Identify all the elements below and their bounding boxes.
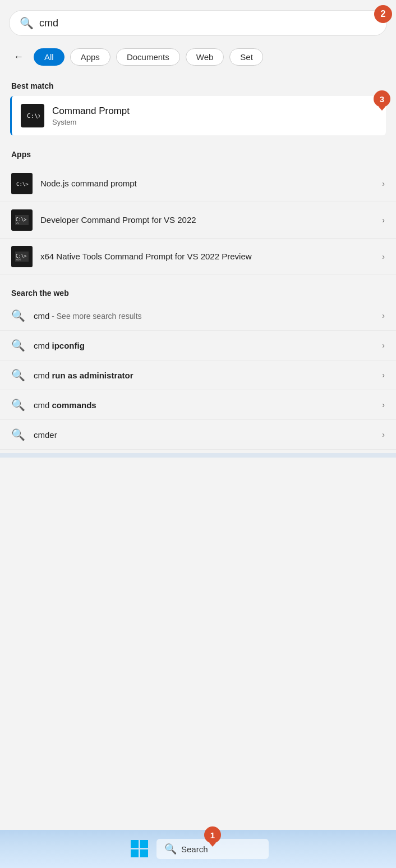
chevron-web-3: › xyxy=(382,371,385,380)
search-badge: 2 xyxy=(374,5,392,23)
apps-section-label: Apps xyxy=(0,144,396,162)
chevron-icon-2: › xyxy=(382,216,385,225)
web-item-runas[interactable]: 🔍 cmd run as administrator › xyxy=(0,360,396,390)
search-input[interactable] xyxy=(39,17,376,29)
search-input-wrapper[interactable]: 🔍 2 xyxy=(9,10,387,36)
nodejs-icon: C:\> xyxy=(11,173,33,194)
web-item-ipconfig[interactable]: 🔍 cmd ipconfig › xyxy=(0,331,396,360)
app-item-nodejs-text: Node.js command prompt xyxy=(40,178,382,189)
app-item-x64-text: x64 Native Tools Command Prompt for VS 2… xyxy=(40,251,382,262)
taskbar: 1 🔍 Search xyxy=(0,830,396,868)
chevron-web-2: › xyxy=(382,341,385,350)
chevron-web-1: › xyxy=(382,311,385,320)
search-area: 🔍 2 xyxy=(0,0,396,43)
chevron-web-4: › xyxy=(382,400,385,409)
best-match-item[interactable]: C:\>_ Command Prompt System xyxy=(10,96,386,135)
web-item-cmd[interactable]: 🔍 cmd - See more search results › xyxy=(0,301,396,331)
web-item-commands[interactable]: 🔍 cmd commands › xyxy=(0,390,396,420)
command-prompt-icon: C:\>_ xyxy=(21,104,44,127)
svg-rect-13 xyxy=(140,849,148,857)
chevron-icon-3: › xyxy=(382,252,385,261)
tab-settings[interactable]: Set xyxy=(229,48,263,66)
taskbar-search-wrapper: 1 🔍 Search xyxy=(156,839,269,859)
devcmd-icon: C:\> VS xyxy=(11,209,33,231)
tab-apps[interactable]: Apps xyxy=(70,48,110,66)
best-match-info: Command Prompt System xyxy=(52,106,377,126)
web-search-icon-5: 🔍 xyxy=(11,428,25,441)
back-button[interactable]: ← xyxy=(9,49,28,65)
app-item-nodejs[interactable]: C:\> Node.js command prompt › xyxy=(0,166,396,202)
web-item-cmd-text: cmd - See more search results xyxy=(34,311,382,321)
x64-icon: C:\> x64 xyxy=(11,246,33,267)
chevron-icon: › xyxy=(382,179,385,188)
svg-rect-12 xyxy=(131,849,139,857)
best-match-label: Best match xyxy=(0,76,396,94)
tab-all[interactable]: All xyxy=(34,48,65,66)
web-item-commands-text: cmd commands xyxy=(34,400,382,410)
web-search-icon-4: 🔍 xyxy=(11,398,25,412)
best-match-badge: 3 xyxy=(374,90,390,107)
best-match-sub: System xyxy=(52,118,377,126)
web-search-icon-2: 🔍 xyxy=(11,339,25,352)
svg-text:C:\>_: C:\>_ xyxy=(27,112,40,120)
web-item-ipconfig-text: cmd ipconfig xyxy=(34,341,382,350)
svg-text:VS: VS xyxy=(16,221,19,225)
taskbar-search-icon: 🔍 xyxy=(164,843,177,855)
web-search-icon-1: 🔍 xyxy=(11,309,25,322)
tab-documents[interactable]: Documents xyxy=(116,48,180,66)
chevron-web-5: › xyxy=(382,430,385,439)
web-search-icon-3: 🔍 xyxy=(11,368,25,382)
web-item-cmder-text: cmder xyxy=(34,430,382,440)
taskbar-center: 1 🔍 Search xyxy=(127,837,269,861)
app-item-devcmd-text: Developer Command Prompt for VS 2022 xyxy=(40,214,382,226)
web-section-label: Search the web xyxy=(0,283,396,301)
svg-rect-10 xyxy=(131,840,139,848)
taskbar-badge: 1 xyxy=(204,826,221,843)
svg-rect-11 xyxy=(140,840,148,848)
svg-text:x64: x64 xyxy=(16,258,21,261)
search-icon: 🔍 xyxy=(20,16,34,30)
windows-logo-button[interactable] xyxy=(127,837,152,861)
app-item-devcmd[interactable]: C:\> VS Developer Command Prompt for VS … xyxy=(0,202,396,239)
scrollbar[interactable] xyxy=(0,453,396,458)
main-content: Best match C:\>_ Command Prompt System 3… xyxy=(0,71,396,450)
apps-list: C:\> Node.js command prompt › C:\> VS De… xyxy=(0,166,396,275)
tab-web[interactable]: Web xyxy=(186,48,224,66)
taskbar-search-text: Search xyxy=(181,844,208,854)
best-match-name: Command Prompt xyxy=(52,106,377,117)
app-item-x64[interactable]: C:\> x64 x64 Native Tools Command Prompt… xyxy=(0,239,396,275)
svg-text:C:\>: C:\> xyxy=(16,181,29,187)
web-item-runas-text: cmd run as administrator xyxy=(34,371,382,380)
filter-tabs: ← All Apps Documents Web Set xyxy=(0,43,396,71)
web-item-cmder[interactable]: 🔍 cmder › xyxy=(0,420,396,450)
